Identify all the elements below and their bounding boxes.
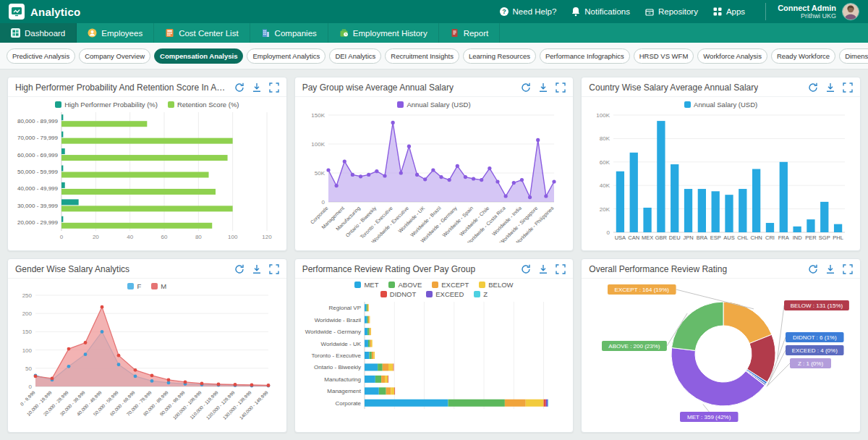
legend-item-didnot[interactable]: DIDNOT (380, 290, 416, 298)
tab-report[interactable]: Report (439, 23, 501, 43)
pay-group-average-salary-chart: 050K100K150KCorporateManagementManufactu… (301, 109, 564, 242)
svg-text:200: 200 (22, 310, 33, 317)
svg-text:0: 0 (60, 234, 64, 240)
svg-text:30,000 - 39,999: 30,000 - 39,999 (17, 203, 59, 209)
pill-employment-analytics[interactable]: Employment Analytics (247, 48, 326, 64)
refresh-icon[interactable] (234, 82, 244, 93)
pill-performance-infographics[interactable]: Performance Infographics (540, 48, 630, 64)
svg-text:Management: Management (327, 388, 361, 394)
legend-item-high-performer-probability[interactable]: High Performer Probability (%) (55, 101, 158, 109)
legend-item-met[interactable]: MET (354, 281, 378, 289)
download-icon[interactable] (252, 82, 262, 93)
pill-dei-analytics[interactable]: DEI Analytics (329, 48, 381, 64)
legend-item-except[interactable]: EXCEPT (432, 281, 469, 289)
pill-predictive-analysis[interactable]: Predictive Analysis (7, 48, 75, 64)
card-actions (808, 82, 853, 93)
pill-learning-resources[interactable]: Learning Resources (463, 48, 536, 64)
high-performer-retention-chart: 02040608010012080,000 - 89,99970,000 - 7… (14, 109, 277, 242)
tab-label: Report (464, 29, 489, 38)
svg-text:Worldwide - India: Worldwide - India (491, 206, 522, 237)
svg-text:100K: 100K (597, 112, 610, 119)
svg-text:250: 250 (22, 292, 33, 299)
legend-item-above[interactable]: ABOVE (388, 281, 422, 289)
refresh-icon[interactable] (521, 264, 531, 274)
help-icon: ? (499, 7, 509, 17)
tab-employees[interactable]: Employees (77, 23, 154, 43)
download-icon[interactable] (825, 82, 835, 93)
legend-item-annual-salary-usd[interactable]: Annual Salary (USD) (397, 101, 470, 109)
svg-text:Corporate: Corporate (335, 400, 361, 407)
pill-recruitment-insights[interactable]: Recruitment Insights (385, 48, 459, 64)
legend-swatch (474, 291, 480, 297)
download-icon[interactable] (252, 264, 262, 274)
legend-label: EXCEPT (441, 281, 469, 289)
tab-employment-history[interactable]: Employment History (328, 23, 439, 43)
svg-text:BELOW : 131 (15%): BELOW : 131 (15%) (791, 302, 843, 309)
companies-icon (261, 28, 271, 38)
expand-icon[interactable] (843, 264, 853, 274)
svg-text:60,000 - 69,999: 60,000 - 69,999 (17, 152, 59, 158)
app-logo-icon (9, 4, 25, 20)
pill-company-overview[interactable]: Company Overview (79, 48, 150, 64)
tab-cost-center-list[interactable]: Cost Center List (154, 23, 250, 43)
card-actions (234, 82, 279, 93)
bell-icon (571, 7, 581, 17)
download-icon[interactable] (825, 264, 835, 274)
svg-text:0 - 9,999: 0 - 9,999 (20, 389, 36, 406)
tab-dashboard[interactable]: Dashboard (0, 23, 77, 43)
refresh-icon[interactable] (808, 82, 818, 93)
legend-item-exceed[interactable]: EXCEED (426, 290, 464, 298)
tab-companies[interactable]: Companies (250, 23, 328, 43)
gender-salary-analytics-header: Gender Wise Salary Analytics (8, 259, 286, 279)
svg-text:100: 100 (228, 234, 238, 240)
svg-text:IND: IND (793, 234, 803, 241)
svg-text:150: 150 (22, 329, 33, 335)
svg-text:ABOVE : 200 (23%): ABOVE : 200 (23%) (609, 343, 660, 350)
expand-icon[interactable] (269, 82, 279, 93)
tab-label: Employees (101, 29, 142, 38)
pill-hrsd-vs-wfm[interactable]: HRSD VS WFM (634, 48, 694, 64)
refresh-icon[interactable] (808, 264, 818, 274)
avatar[interactable] (842, 3, 859, 20)
card-country-average-salary: Country Wise Salary Average Annual Salar… (581, 77, 861, 251)
svg-text:50K: 50K (314, 170, 325, 177)
download-icon[interactable] (538, 82, 548, 93)
expand-icon[interactable] (269, 264, 279, 274)
svg-text:50,000 - 59,999: 50,000 - 59,999 (17, 169, 59, 175)
legend-swatch (354, 282, 361, 288)
pill-workforce-analysis[interactable]: Workforce Analysis (697, 48, 767, 64)
performance-review-by-pay-group-header: Performance Review Rating Over Pay Group (295, 259, 574, 279)
refresh-icon[interactable] (521, 82, 531, 93)
legend-item-retention-score[interactable]: Retention Score (%) (168, 101, 239, 109)
refresh-icon[interactable] (234, 264, 244, 274)
pill-compensation-analysis[interactable]: Compensation Analysis (154, 48, 243, 64)
card-gender-salary-analytics: Gender Wise Salary AnalyticsFM0501001502… (7, 258, 287, 433)
header-repository[interactable]: Repository (644, 7, 698, 17)
legend-item-annual-salary-usd[interactable]: Annual Salary (USD) (684, 101, 757, 109)
header-need-help[interactable]: ?Need Help? (499, 7, 557, 17)
header-apps[interactable]: Apps (712, 7, 745, 17)
svg-text:PER: PER (806, 234, 817, 241)
performance-review-by-pay-group-body: METABOVEEXCEPTBELOWDIDNOTEXCEEDZRegional… (295, 279, 574, 432)
legend-item-m[interactable]: M (151, 282, 166, 290)
legend-swatch (168, 101, 174, 108)
legend-item-below[interactable]: BELOW (479, 281, 513, 289)
svg-text:40K: 40K (600, 182, 610, 189)
pill-ready-workforce[interactable]: Ready Workforce (771, 48, 835, 64)
pill-dimensions[interactable]: Dimensions (839, 48, 868, 64)
pay-group-average-salary-header: Pay Group wise Average Annual Salary (295, 77, 574, 97)
expand-icon[interactable] (556, 82, 566, 93)
svg-text:AUS: AUS (724, 234, 735, 241)
user-menu[interactable]: Connect Admin Prithwi UKG (765, 3, 859, 20)
expand-icon[interactable] (556, 264, 566, 274)
expand-icon[interactable] (843, 82, 853, 93)
card-title: Pay Group wise Average Annual Salary (302, 82, 454, 93)
legend-item-z[interactable]: Z (474, 290, 488, 298)
svg-text:Worldwide - Brazil: Worldwide - Brazil (409, 205, 442, 237)
download-icon[interactable] (538, 264, 548, 274)
tab-label: Dashboard (25, 29, 65, 38)
card-actions (234, 264, 279, 274)
svg-text:100: 100 (22, 347, 33, 354)
header-notifications[interactable]: Notifications (571, 7, 630, 17)
legend-item-f[interactable]: F (127, 282, 141, 290)
